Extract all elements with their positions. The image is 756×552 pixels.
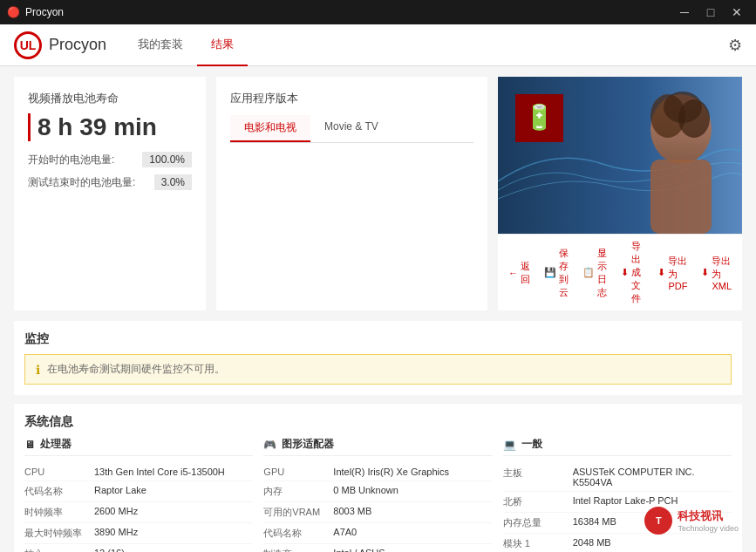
svg-rect-4: [650, 160, 712, 234]
cpu-row: CPU 13th Gen Intel Core i5-13500H: [24, 463, 253, 481]
general-icon: 💻: [503, 439, 516, 451]
watermark-logo: T: [644, 507, 672, 535]
watermark: T 科技视讯 Technology video: [644, 507, 739, 535]
gpu-col: 🎮 图形适配器 GPU Intel(R) Iris(R) Xe Graphics…: [263, 437, 492, 552]
header-left: UL Procyon 我的套装 结果: [14, 24, 248, 66]
module1-label: 模块 1: [503, 537, 573, 550]
sysinfo-grid: 🖥 处理器 CPU 13th Gen Intel Core i5-13500H …: [24, 437, 732, 552]
cores-value: 12 (16): [94, 548, 253, 552]
module1-row: 模块 1 2048 MB: [503, 534, 732, 552]
gpu-label: GPU: [263, 467, 333, 477]
hero-image: 🔋 ← 返回 💾 保存到云 📋 显示日志 ⬇ 导出成文件 ⬇ 导出为PDF ⬇ …: [498, 77, 742, 310]
app-version-title: 应用程序版本: [230, 91, 473, 106]
action-bar: ← 返回 💾 保存到云 📋 显示日志 ⬇ 导出成文件 ⬇ 导出为PDF ⬇ 导出…: [498, 234, 742, 310]
general-col: 💻 一般 主板 ASUSTeK COMPUTER INC. K5504VA 北桥…: [503, 437, 732, 552]
logo-icon: UL: [14, 31, 42, 59]
processor-col: 🖥 处理器 CPU 13th Gen Intel Core i5-13500H …: [24, 437, 253, 552]
codename-row: 代码名称 Raptor Lake: [24, 481, 253, 502]
gpu-code-label: 代码名称: [263, 527, 333, 540]
watermark-text: 科技视讯 Technology video: [678, 508, 739, 533]
battery-start-value: 100.0%: [142, 152, 192, 167]
motherboard-label: 主板: [503, 467, 573, 487]
warning-text: 在电池寿命测试期间硬件监控不可用。: [47, 362, 225, 377]
motherboard-row: 主板 ASUSTeK COMPUTER INC. K5504VA: [503, 463, 732, 492]
monitor-title: 监控: [24, 331, 732, 347]
hero-svg: 🔋: [498, 77, 742, 234]
monitor-warning: ℹ 在电池寿命测试期间硬件监控不可用。: [24, 354, 732, 385]
app-tabs: 电影和电视 Movie & TV: [230, 115, 473, 143]
top-section: 视频播放电池寿命 8 h 39 min 开始时的电池电量: 100.0% 测试结…: [14, 77, 742, 310]
main-content: 视频播放电池寿命 8 h 39 min 开始时的电池电量: 100.0% 测试结…: [0, 66, 756, 552]
cpu-value: 13th Gen Intel Core i5-13500H: [94, 467, 253, 477]
nav-tabs: 我的套装 结果: [124, 24, 248, 66]
gpu-maker-row: 制造商 Intel / ASUS: [263, 544, 492, 552]
app-icon: 🔴: [7, 6, 20, 18]
battery-end-stat: 测试结束时的电池电量: 3.0%: [28, 174, 192, 190]
image-background: 🔋: [498, 77, 742, 234]
nav-tab-results[interactable]: 结果: [197, 24, 248, 66]
titlebar: 🔴 Procyon ─ □ ✕: [0, 0, 756, 24]
header: UL Procyon 我的套装 结果 ⚙: [0, 24, 756, 66]
gpu-mem-label: 内存: [263, 485, 333, 498]
cores-label: 核心: [24, 548, 94, 552]
gpu-icon: 🎮: [263, 439, 276, 451]
max-clock-label: 最大时钟频率: [24, 527, 94, 540]
motherboard-value: ASUSTeK COMPUTER INC. K5504VA: [573, 467, 732, 487]
vram-label: 可用的VRAM: [263, 506, 333, 519]
settings-icon[interactable]: ⚙: [728, 36, 742, 55]
battery-title: 视频播放电池寿命: [28, 91, 192, 106]
svg-point-7: [664, 92, 702, 123]
maximize-button[interactable]: □: [698, 0, 723, 24]
total-mem-label: 内存总量: [503, 516, 573, 529]
module1-value: 2048 MB: [573, 537, 732, 550]
battery-end-value: 3.0%: [154, 174, 192, 190]
battery-end-label: 测试结束时的电池电量:: [28, 175, 135, 190]
processor-icon: 🖥: [24, 439, 35, 451]
export-xml-button[interactable]: ⬇ 导出为XML: [701, 255, 732, 291]
gpu-code-value: A7A0: [333, 527, 492, 540]
warning-icon: ℹ: [36, 363, 40, 377]
gpu-code-row: 代码名称 A7A0: [263, 523, 492, 544]
max-clock-value: 3890 MHz: [94, 527, 253, 540]
system-info-title: 系统信息: [24, 414, 732, 430]
back-button[interactable]: ← 返回: [508, 260, 530, 286]
cpu-label: CPU: [24, 467, 94, 477]
vram-value: 8003 MB: [333, 506, 492, 519]
vram-row: 可用的VRAM 8003 MB: [263, 502, 492, 523]
gpu-title: 🎮 图形适配器: [263, 437, 492, 456]
battery-start-stat: 开始时的电池电量: 100.0%: [28, 152, 192, 167]
gpu-mem-row: 内存 0 MB Unknown: [263, 481, 492, 502]
cores-row: 核心 12 (16): [24, 544, 253, 552]
gpu-maker-label: 制造商: [263, 548, 333, 552]
titlebar-left: 🔴 Procyon: [7, 6, 64, 18]
clock-value: 2600 MHz: [94, 506, 253, 519]
export-pdf-button[interactable]: ⬇ 导出为PDF: [657, 255, 687, 291]
titlebar-title: Procyon: [25, 6, 64, 18]
app-version-card: 应用程序版本 电影和电视 Movie & TV: [216, 77, 487, 310]
save-cloud-button[interactable]: 💾 保存到云: [544, 247, 569, 299]
northbridge-label: 北桥: [503, 495, 573, 508]
app-image-area: 应用程序版本 电影和电视 Movie & TV: [216, 77, 487, 310]
svg-text:🔋: 🔋: [524, 103, 555, 132]
titlebar-controls: ─ □ ✕: [672, 0, 749, 24]
app-tab-movies[interactable]: 电影和电视: [230, 115, 310, 142]
codename-value: Raptor Lake: [94, 485, 253, 498]
general-title: 💻 一般: [503, 437, 732, 456]
gpu-value: Intel(R) Iris(R) Xe Graphics: [333, 467, 492, 477]
battery-time: 8 h 39 min: [28, 113, 192, 141]
clock-row: 时钟频率 2600 MHz: [24, 502, 253, 523]
max-clock-row: 最大时钟频率 3890 MHz: [24, 523, 253, 544]
gpu-maker-value: Intel / ASUS: [333, 548, 492, 552]
app-name: Procyon: [49, 36, 106, 54]
nav-tab-my-suite[interactable]: 我的套装: [124, 24, 197, 66]
show-log-button[interactable]: 📋 显示日志: [582, 247, 607, 299]
app-tab-movie-en[interactable]: Movie & TV: [310, 115, 392, 142]
clock-label: 时钟频率: [24, 506, 94, 519]
minimize-button[interactable]: ─: [672, 0, 697, 24]
battery-card: 视频播放电池寿命 8 h 39 min 开始时的电池电量: 100.0% 测试结…: [14, 77, 206, 310]
close-button[interactable]: ✕: [725, 0, 749, 24]
battery-start-label: 开始时的电池电量:: [28, 153, 114, 167]
gpu-row: GPU Intel(R) Iris(R) Xe Graphics: [263, 463, 492, 481]
gpu-mem-value: 0 MB Unknown: [333, 485, 492, 498]
export-file-button[interactable]: ⬇ 导出成文件: [621, 240, 644, 305]
